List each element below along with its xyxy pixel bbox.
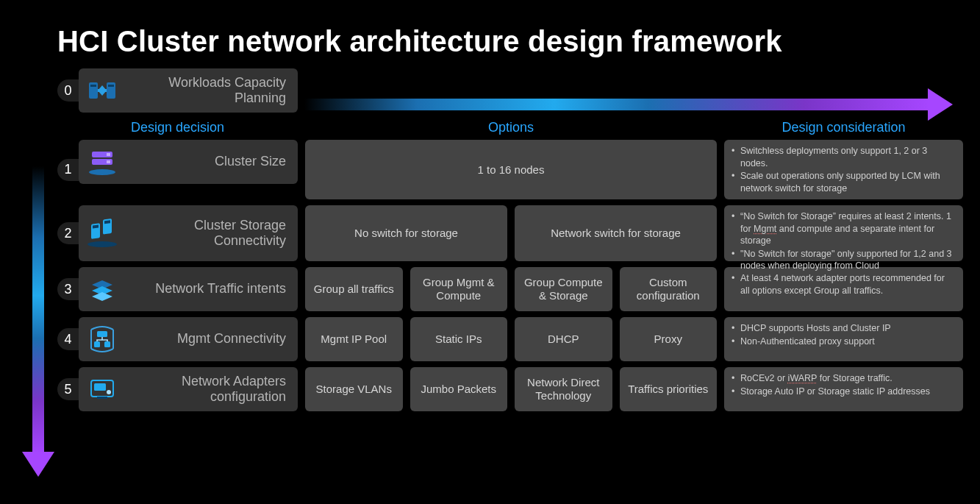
decision-label: Workloads Capacity Planning <box>126 75 298 106</box>
traffic-intents-icon <box>79 276 126 302</box>
option-card: Traffics priorities <box>620 367 718 411</box>
option-card: No switch for storage <box>305 205 507 261</box>
row-number: 5 <box>57 378 79 400</box>
decision-card: Cluster Size <box>79 140 298 184</box>
svg-point-6 <box>89 169 115 175</box>
option-card: Group Compute & Storage <box>515 267 612 311</box>
column-headers: Design decision Options Design considera… <box>57 120 980 135</box>
option-card: DHCP <box>515 317 612 361</box>
row-number: 3 <box>57 278 79 300</box>
row-5: 5 Network Adapters configuration Storage… <box>57 367 980 411</box>
row-4: 4 Mgmt Connectivity Mgmt IP Pool Static … <box>57 317 980 361</box>
decision-card: Cluster Storage Connectivity <box>79 205 298 261</box>
consideration-item: Non-Authenticated proxy support <box>729 336 956 348</box>
cluster-size-icon <box>79 147 126 177</box>
header-consideration: Design consideration <box>782 120 905 135</box>
decision-card: Network Traffic intents <box>79 267 298 311</box>
svg-marker-18 <box>92 292 112 301</box>
mgmt-connectivity-icon <box>79 325 126 353</box>
svg-rect-2 <box>90 85 96 87</box>
svg-rect-23 <box>94 383 106 391</box>
timeline-arrow-down <box>22 166 54 475</box>
option-card: Storage VLANs <box>305 367 403 411</box>
header-options: Options <box>488 120 534 135</box>
decision-label: Network Traffic intents <box>126 281 298 297</box>
option-card: Static IPs <box>410 317 508 361</box>
decision-label: Network Adapters configuration <box>126 374 298 405</box>
row-number: 1 <box>57 159 79 181</box>
option-card: Proxy <box>620 317 718 361</box>
consideration-card: RoCEv2 or iWARP for Storage traffic. Sto… <box>724 367 963 411</box>
row-0: 0 Workloads Capacity Planning <box>57 68 980 113</box>
decision-card: Network Adapters configuration <box>79 367 298 411</box>
svg-rect-21 <box>104 341 110 347</box>
consideration-card: At least 4 network adapter ports recomme… <box>724 267 963 311</box>
option-card: 1 to 16 nodes <box>305 140 717 199</box>
page-title: HCI Cluster network architecture design … <box>57 25 980 58</box>
consideration-card: “No Switch for Storage” requires at leas… <box>724 205 963 261</box>
consideration-item: At least 4 network adapter ports recomme… <box>729 272 956 297</box>
consideration-item: Scale out operations only supported by L… <box>729 170 956 194</box>
option-card: Jumbo Packets <box>410 367 508 411</box>
row-3: 3 Network Traffic intents Group all traf… <box>57 267 980 311</box>
option-card: Network switch for storage <box>515 205 717 261</box>
svg-rect-19 <box>97 331 107 337</box>
decision-label: Mgmt Connectivity <box>126 331 298 347</box>
capacity-icon <box>79 78 126 103</box>
decision-label: Cluster Storage Connectivity <box>126 218 298 249</box>
svg-rect-9 <box>107 153 110 156</box>
consideration-card: DHCP supports Hosts and Cluster IP Non-A… <box>724 317 963 361</box>
consideration-card: Switchless deployments only support 1, 2… <box>724 140 963 199</box>
row-number: 0 <box>57 79 79 102</box>
svg-point-24 <box>107 390 111 394</box>
row-2: 2 Cluster Storage Connectivity <box>57 205 980 261</box>
consideration-item: "No Switch for storage" only supported f… <box>729 248 956 272</box>
row-1: 1 Cluster Size 1 to 16 nodes <box>57 140 980 199</box>
consideration-item: Switchless deployments only support 1, 2… <box>729 145 956 169</box>
consideration-item: DHCP supports Hosts and Cluster IP <box>729 322 956 335</box>
option-card: Group Mgmt & Compute <box>410 267 508 311</box>
option-card: Network Direct Technology <box>515 367 612 411</box>
svg-rect-20 <box>94 341 100 347</box>
consideration-item: Storage Auto IP or Storage static IP add… <box>729 386 956 398</box>
row-number: 4 <box>57 328 79 350</box>
svg-rect-3 <box>108 85 114 87</box>
svg-rect-25 <box>97 397 107 399</box>
svg-marker-5 <box>98 85 107 96</box>
storage-connectivity-icon <box>79 218 126 249</box>
decision-label: Cluster Size <box>126 154 298 169</box>
option-card: Group all traffics <box>305 267 403 311</box>
option-card: Custom configuration <box>620 267 718 311</box>
decision-card: Mgmt Connectivity <box>79 317 298 361</box>
option-card: Mgmt IP Pool <box>305 317 403 361</box>
svg-point-11 <box>87 241 117 247</box>
consideration-item: “No Switch for Storage” requires at leas… <box>729 210 956 247</box>
consideration-item: RoCEv2 or iWARP for Storage traffic. <box>729 372 956 385</box>
svg-rect-10 <box>107 160 110 163</box>
adapter-config-icon <box>79 376 126 402</box>
row-number: 2 <box>57 222 79 244</box>
decision-card: Workloads Capacity Planning <box>79 68 298 113</box>
header-decision: Design decision <box>131 120 224 135</box>
